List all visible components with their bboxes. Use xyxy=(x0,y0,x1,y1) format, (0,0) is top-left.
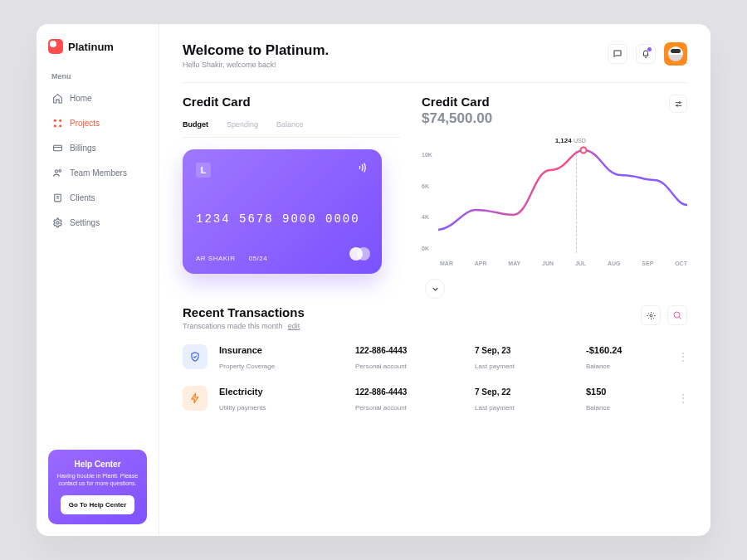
transactions-search-button[interactable] xyxy=(667,305,687,325)
sidebar-item-label: Team Members xyxy=(70,168,127,178)
sidebar: Platinum Menu Home Projects Billings Tea… xyxy=(37,24,159,536)
section-title: Credit Card xyxy=(183,95,400,109)
help-cta-button[interactable]: Go To Help Center xyxy=(61,495,135,514)
sidebar-item-settings[interactable]: Settings xyxy=(48,212,147,233)
sidebar-item-label: Billings xyxy=(70,144,96,153)
tx-amount-label: Balance xyxy=(586,363,610,370)
chart-x-axis: MAR APR MAY JUN JUL AUG SEP OCT xyxy=(440,261,687,266)
tx-account: 122-886-4443 xyxy=(355,387,407,397)
tx-amount: $150 xyxy=(586,387,606,397)
page-title: Welcome to Platinum. xyxy=(183,42,329,59)
card-expiry: 05/24 xyxy=(249,255,268,262)
section-title: Credit Card xyxy=(422,95,687,109)
svg-point-8 xyxy=(56,221,58,223)
svg-point-1 xyxy=(59,119,61,121)
sidebar-item-label: Settings xyxy=(70,218,100,227)
svg-point-9 xyxy=(678,101,680,103)
tab-balance[interactable]: Balance xyxy=(276,120,304,129)
tx-name: Electricity xyxy=(219,387,263,397)
sidebar-item-home[interactable]: Home xyxy=(48,87,147,109)
sidebar-item-label: Projects xyxy=(70,119,100,128)
bolt-icon xyxy=(183,386,208,411)
logo-icon xyxy=(48,39,63,54)
tx-account-label: Personal account xyxy=(355,363,407,370)
tx-more-button[interactable]: ⋮ xyxy=(678,392,687,404)
y-tick: 10K xyxy=(422,152,432,158)
tx-amount-label: Balance xyxy=(586,404,610,411)
svg-point-10 xyxy=(676,105,678,106)
chart-y-axis: 10K 6K 4K 0K xyxy=(422,152,432,251)
tx-desc: Property Coverage xyxy=(219,363,275,370)
transactions-header: Recent Transactions Transcations made th… xyxy=(183,305,687,330)
svg-point-2 xyxy=(53,124,56,127)
transactions-edit-link[interactable]: edit xyxy=(288,322,300,330)
x-tick: JUL xyxy=(575,261,586,266)
sidebar-item-projects[interactable]: Projects xyxy=(48,112,147,134)
grid-icon xyxy=(51,117,63,129)
menu-heading: Menu xyxy=(51,72,144,80)
tx-name: Insurance xyxy=(219,345,262,355)
tx-date-label: Last payment xyxy=(475,404,515,411)
tab-spending[interactable]: Spending xyxy=(227,120,258,129)
x-tick: MAY xyxy=(508,261,520,266)
y-tick: 6K xyxy=(422,183,432,189)
notifications-button[interactable] xyxy=(636,44,656,64)
card-icon xyxy=(51,142,63,153)
y-tick: 0K xyxy=(422,246,432,251)
page-header: Welcome to Platinum. Hello Shakir, welco… xyxy=(183,42,687,69)
user-avatar[interactable] xyxy=(664,42,687,66)
svg-point-0 xyxy=(53,119,56,121)
balance-chart: 1,124 USD 10K 6K 4K 0K xyxy=(422,134,687,266)
gear-icon xyxy=(647,311,656,320)
divider xyxy=(183,82,687,83)
main-content: Welcome to Platinum. Hello Shakir, welco… xyxy=(159,24,710,536)
balance-panel: Credit Card $74,500.00 1,124 USD 10K 6K … xyxy=(422,95,687,274)
chart-tooltip: 1,124 USD xyxy=(555,137,586,144)
home-icon xyxy=(51,92,63,104)
x-tick: SEP xyxy=(642,261,653,266)
tx-more-button[interactable]: ⋮ xyxy=(678,351,687,363)
help-title: Help Center xyxy=(56,460,139,469)
notification-dot xyxy=(647,47,652,51)
transactions-title: Recent Transactions xyxy=(183,305,305,319)
chat-icon xyxy=(613,49,622,59)
credit-card-visual: L 1234 5678 9000 0000 AR SHAKIR 05/24 xyxy=(183,149,382,274)
y-tick: 4K xyxy=(422,214,432,220)
tx-amount: -$160.24 xyxy=(586,345,622,355)
x-tick: OCT xyxy=(675,261,687,266)
search-icon xyxy=(672,310,682,320)
tooltip-unit: USD xyxy=(574,138,586,144)
x-tick: APR xyxy=(475,261,487,266)
brand-name: Platinum xyxy=(68,41,114,53)
x-tick: JUN xyxy=(542,261,554,266)
sidebar-item-clients[interactable]: Clients xyxy=(48,187,147,208)
sidebar-item-label: Clients xyxy=(70,193,95,202)
sidebar-item-team[interactable]: Team Members xyxy=(48,162,147,183)
credit-card-panel: Credit Card Budget Spending Balance L 12… xyxy=(183,95,400,274)
svg-point-5 xyxy=(55,169,57,172)
help-body: Having trouble in Planti. Please contact… xyxy=(56,472,139,487)
card-chip-icon: L xyxy=(196,163,211,178)
transactions-settings-button[interactable] xyxy=(641,305,661,325)
card-number: 1234 5678 9000 0000 xyxy=(196,212,369,226)
svg-point-3 xyxy=(59,124,61,127)
app-window: Platinum Menu Home Projects Billings Tea… xyxy=(37,24,710,536)
client-icon xyxy=(51,192,63,203)
section-expand-button[interactable] xyxy=(425,279,445,299)
chart-svg xyxy=(438,145,687,245)
gear-icon xyxy=(51,217,63,228)
tab-budget[interactable]: Budget xyxy=(183,120,208,129)
card-holder: AR SHAKIR xyxy=(196,255,236,262)
sidebar-item-billings[interactable]: Billings xyxy=(48,137,147,158)
transaction-row: InsuranceProperty Coverage 122-886-4443P… xyxy=(183,342,687,372)
chart-filter-button[interactable] xyxy=(669,95,687,113)
tx-date-label: Last payment xyxy=(475,363,515,370)
sidebar-item-label: Home xyxy=(70,94,92,103)
tx-account-label: Personal account xyxy=(355,404,407,411)
tx-account: 122-886-4443 xyxy=(355,346,407,355)
brand-logo[interactable]: Platinum xyxy=(48,39,147,54)
x-tick: AUG xyxy=(608,261,621,266)
avatar-icon xyxy=(668,46,683,61)
users-icon xyxy=(51,167,63,178)
messages-button[interactable] xyxy=(608,44,627,64)
